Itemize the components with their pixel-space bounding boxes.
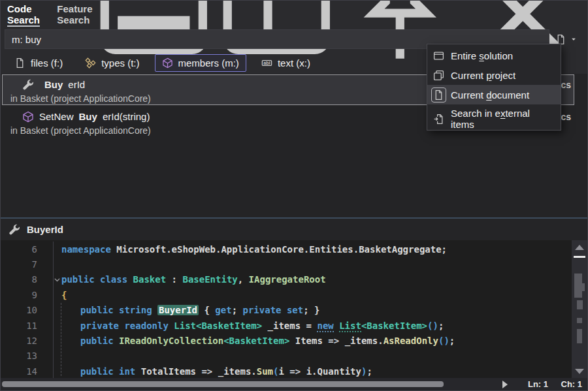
wrench-icon	[22, 79, 34, 91]
code-token: public string	[80, 305, 157, 315]
code-token: List<BasketItem>	[174, 321, 262, 331]
code-token: ;	[449, 336, 455, 346]
menu-item-current-document[interactable]: Current document	[427, 85, 561, 104]
wrench-icon	[8, 224, 20, 236]
code-text: {	[54, 290, 67, 300]
code-line-8[interactable]: 8public class Basket : BaseEntity, IAggr…	[1, 272, 572, 287]
outline-margin	[37, 242, 54, 257]
code-token: ;	[438, 321, 444, 331]
line-number[interactable]: 9	[1, 290, 37, 300]
filter-label: files (f:)	[31, 57, 63, 69]
preview-title: BuyerId	[27, 224, 63, 235]
code-token: Sum	[257, 366, 273, 377]
code-token: TotalItems	[141, 366, 202, 377]
code-text: public IReadOnlyCollection<BasketItem> I…	[54, 336, 455, 346]
code-token: private readonly	[80, 321, 174, 331]
code-token: private set	[242, 305, 303, 315]
code-token: Microsoft.eShopWeb.ApplicationCore.Entit…	[116, 244, 447, 255]
external-icon	[433, 114, 444, 125]
code-line-12[interactable]: 12public IReadOnlyCollection<BasketItem>…	[1, 333, 572, 348]
code-text: public class Basket : BaseEntity, IAggre…	[54, 274, 326, 285]
filter-label: text (x:)	[278, 57, 310, 69]
status-column-indicator: Ch: 1	[561, 379, 583, 389]
line-number[interactable]: 8	[1, 274, 37, 285]
outline-margin	[37, 287, 54, 302]
textsearch-icon: ab	[261, 57, 272, 69]
code-line-10[interactable]: 10public string BuyerId { get; private s…	[1, 303, 572, 318]
line-number[interactable]: 13	[1, 351, 37, 361]
scrollbar-caret-mark	[574, 256, 585, 258]
tab-code-search[interactable]: Code Search	[7, 1, 40, 27]
preview-pane: BuyerId 6namespace Microsoft.eShopWeb.Ap…	[1, 217, 587, 390]
menu-item-entire-solution[interactable]: Entire solution	[427, 46, 561, 65]
filter-files[interactable]: files (f:)	[7, 54, 70, 72]
filter-label: types (t:)	[101, 57, 139, 69]
code-line-11[interactable]: 11private readonly List<BasketItem> _ite…	[1, 318, 572, 333]
code-token: =>	[201, 366, 218, 377]
code-token: ()	[438, 336, 449, 346]
line-number[interactable]: 11	[1, 321, 37, 331]
code-line-6[interactable]: 6namespace Microsoft.eShopWeb.Applicatio…	[1, 242, 572, 257]
menu-item-label: Current project	[451, 70, 515, 81]
code-line-7[interactable]: 7	[1, 257, 572, 272]
filter-types[interactable]: types (t:)	[78, 54, 146, 72]
cube-icon	[22, 111, 34, 123]
document-icon	[433, 89, 444, 101]
outline-margin	[37, 257, 54, 272]
filter-text[interactable]: abtext (x:)	[254, 54, 318, 72]
code-token: {	[61, 290, 67, 300]
code-token: new	[317, 321, 333, 332]
tab-feature-search[interactable]: Feature Search	[57, 1, 95, 27]
code-token: BuyerId	[157, 305, 199, 315]
code-text: public string BuyerId { get; private set…	[54, 305, 320, 315]
code-area: 6namespace Microsoft.eShopWeb.Applicatio…	[1, 240, 572, 378]
code-token	[334, 321, 339, 331]
menu-item-current-project[interactable]: Current project	[427, 65, 561, 85]
collapse-chevron-icon[interactable]	[53, 275, 61, 284]
code-token: get	[215, 305, 231, 315]
code-token: IReadOnlyCollection	[119, 336, 223, 346]
code-token: public int	[80, 366, 141, 377]
preview-header: BuyerId	[1, 219, 587, 240]
code-token: i.Quantity	[306, 366, 361, 377]
line-number[interactable]: 14	[1, 366, 37, 377]
line-number[interactable]: 7	[1, 259, 37, 270]
outline-margin	[37, 272, 54, 287]
vertical-scrollbar[interactable]	[572, 240, 587, 378]
file-icon	[14, 57, 25, 69]
code-search-window: Code SearchFeature Search m: buy files (…	[0, 0, 588, 391]
code-token: Basket	[133, 274, 167, 285]
solution-icon	[433, 50, 444, 61]
scroll-right-arrow-icon[interactable]	[502, 381, 508, 388]
code-token: _items =	[262, 321, 317, 331]
window-controls	[96, 1, 581, 27]
scroll-up-arrow-icon[interactable]	[575, 245, 584, 250]
code-token: ; }	[303, 305, 319, 315]
scope-menu: Entire solutionCurrent projectCurrent do…	[427, 44, 561, 131]
scrollbar-mark	[577, 318, 582, 323]
svg-text:ab: ab	[263, 59, 269, 65]
line-number[interactable]: 12	[1, 336, 37, 346]
project-icon	[433, 70, 444, 81]
result-title-pre: SetNew	[39, 111, 74, 122]
result-title-post: erId(string)	[103, 111, 150, 122]
code-token: public class	[61, 274, 133, 285]
horizontal-scrollbar-thumb[interactable]	[2, 381, 444, 387]
line-number[interactable]: 10	[1, 305, 37, 315]
code-token: =>	[328, 336, 344, 346]
outline-margin	[37, 349, 54, 364]
cube-icon	[162, 57, 173, 69]
code-line-9[interactable]: 9{	[1, 287, 572, 302]
search-query-text: m: buy	[12, 34, 41, 45]
menu-item-external-items[interactable]: Search in external items	[427, 109, 561, 129]
filter-members[interactable]: members (m:)	[155, 54, 246, 72]
code-text: private readonly List<BasketItem> _items…	[54, 321, 444, 331]
line-number[interactable]: 6	[1, 244, 37, 255]
code-editor[interactable]: 6namespace Microsoft.eShopWeb.Applicatio…	[1, 240, 587, 378]
code-line-14[interactable]: 14public int TotalItems => _items.Sum(i …	[1, 364, 572, 378]
code-line-13[interactable]: 13	[1, 349, 572, 364]
chevron-down-icon	[570, 35, 578, 43]
menu-item-label: Search in external items	[451, 108, 555, 130]
scroll-down-arrow-icon[interactable]	[575, 369, 584, 374]
status-bar: Ln: 1 Ch: 1	[1, 378, 587, 390]
